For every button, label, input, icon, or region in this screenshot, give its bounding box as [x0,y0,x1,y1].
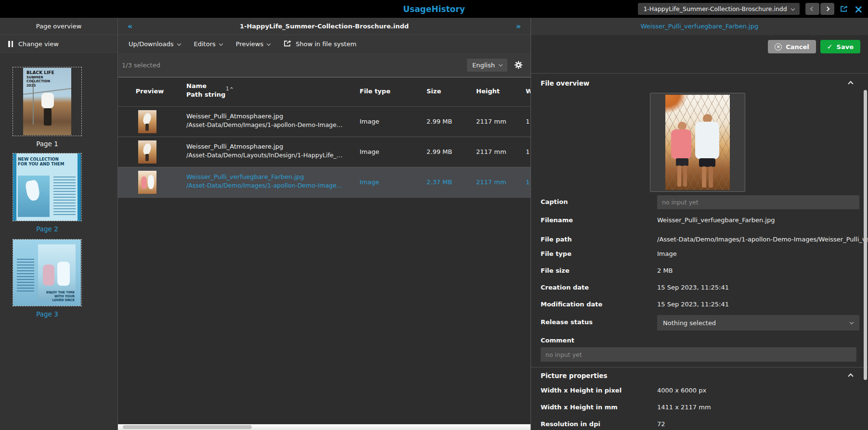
selected-file-title: Weisser_Pulli_verfuegbare_Farben.jpg [531,18,868,35]
top-bar: UsageHistory 1-HappyLife_Summer-Collecti… [0,0,868,18]
wh-pixel-value: 4000 x 6000 px [657,387,706,394]
sort-indicator[interactable]: 1 [226,86,233,91]
page-label-3[interactable]: Page 3 [13,310,82,318]
updownloads-menu[interactable]: Up/Downloads [129,40,181,48]
table-row[interactable]: Weisser_Pulli_Atmosphaere.jpg /Asset-Dat… [118,107,531,137]
foliage-shape [665,95,687,113]
previous-document-button[interactable] [805,3,819,15]
editors-menu[interactable]: Editors [194,40,222,48]
wh-mm-label: Width x Height in mm [541,404,654,411]
language-value: English [472,62,495,69]
page-label-1[interactable]: Page 1 [13,140,82,148]
page-thumbnail-2[interactable]: NEW COLLECTION FOR YOU AND THEM [13,153,82,221]
column-header-preview[interactable]: Preview [130,88,169,95]
horizontal-scrollbar-thumb[interactable] [123,425,252,429]
page2-figure [25,179,41,202]
horizontal-scrollbar[interactable] [118,424,531,430]
column-header-size[interactable]: Size [427,88,441,95]
page-thumbnail-3[interactable]: ENJOY THE TIME WITH YOUR LOVED ONCE [13,239,82,306]
vertical-scrollbar-thumb[interactable] [864,90,867,380]
figure-pink-shorts [676,158,688,166]
chevron-down-icon [499,63,503,66]
column-header-path[interactable]: Path string [186,91,225,98]
close-icon[interactable]: × [854,4,863,14]
chevron-down-icon [850,320,854,324]
page2-photo-block [18,176,50,217]
selection-status: 1/3 selected [122,62,160,69]
release-status-dropdown[interactable]: Nothing selected [657,315,859,330]
figure-leg [677,165,681,187]
file-details-panel: Weisser_Pulli_verfuegbare_Farben.jpg × C… [531,18,868,430]
updownloads-label: Up/Downloads [129,40,174,48]
comment-input[interactable] [541,347,856,362]
chevron-right-icon [825,7,829,12]
row-size: 2.37 MB [427,178,452,186]
picture-properties-section-title: Picture properties [541,372,607,379]
collapse-section-icon[interactable] [848,373,853,379]
show-in-file-system-label: Show in file system [296,40,356,48]
figure-white-hoodie [695,122,719,159]
column-header-file-type[interactable]: File type [360,88,390,95]
figure-pink-hoodie [671,129,691,159]
row-name: Weisser_Pulli_Atmosphaere.jpg [186,143,283,150]
file-type-value: Image [657,250,677,257]
collapse-panel-icon[interactable]: « [128,22,132,31]
filename-label: Filename [541,216,654,224]
row-height: 2117 mm [476,148,506,155]
open-external-icon[interactable] [840,5,848,13]
preview-image[interactable] [665,95,730,190]
table-row-selected[interactable]: Weisser_Pulli_verfuegbare_Farben.jpg /As… [118,167,531,198]
table-row[interactable]: Weisser_Pulli_Atmosphaere.jpg /Asset-Dat… [118,137,531,167]
collapse-section-icon[interactable] [848,81,853,86]
show-in-file-system-button[interactable]: Show in file system [284,40,356,49]
page-label-2[interactable]: Page 2 [13,225,82,233]
modification-date-label: Modification date [541,301,654,308]
language-dropdown[interactable]: English [467,59,507,72]
wh-pixel-label: Width x Height in pixel [541,387,654,394]
page-overview-sidebar: Page overview Change view BLACK LIFE SUM… [0,18,118,430]
page1-subheadline: SUMMER COLLECTION 2023 [26,76,54,88]
chevron-left-icon [810,7,815,12]
file-size-value: 2 MB [657,267,673,274]
resolution-dpi-label: Resolution in dpi [541,420,654,428]
page3-figure-white [57,262,70,286]
document-selector-value: 1-HappyLife_Summer-Collection-Broschure.… [643,3,787,15]
release-status-label: Release status [541,318,654,326]
row-name: Weisser_Pulli_verfuegbare_Farben.jpg [186,173,304,180]
file-size-label: File size [541,267,654,274]
save-button[interactable]: ✓ Save [820,40,860,53]
page1-figure-legs [44,108,52,126]
gear-icon[interactable] [514,61,523,69]
figure-leg [709,166,713,188]
row-width-clipped: 1 [526,118,530,125]
row-file-type: Image [360,118,379,125]
row-thumbnail [138,171,156,194]
caption-input[interactable] [657,195,859,209]
wh-mm-value: 1411 x 2117 mm [657,404,711,411]
next-document-button[interactable] [820,3,834,15]
cancel-label: Cancel [786,43,809,51]
usage-list-panel: « 1-HappyLife_Summer-Collection-Broschur… [118,18,531,430]
document-nav-group [805,3,834,15]
previews-menu[interactable]: Previews [236,40,270,48]
column-header-width-clipped[interactable]: W [526,88,531,95]
column-header-name[interactable]: Name [186,82,207,89]
cancel-button[interactable]: × Cancel [768,40,816,53]
column-header-height[interactable]: Height [476,88,500,95]
row-file-type: Image [360,178,379,186]
row-width-clipped: 1 [526,178,530,186]
check-icon: ✓ [827,43,833,51]
editors-label: Editors [194,40,216,48]
expand-panel-icon[interactable]: » [516,22,521,31]
selection-bar-controls: English [467,59,523,72]
document-selector-dropdown[interactable]: 1-HappyLife_Summer-Collection-Broschure.… [638,3,799,15]
page-thumbnail-1[interactable]: BLACK LIFE SUMMER COLLECTION 2023 [13,67,82,136]
creation-date-label: Creation date [541,284,654,291]
app-title: UsageHistory [403,4,465,14]
change-view-button[interactable]: Change view [0,35,117,53]
page1-headline: BLACK LIFE [26,70,54,75]
change-view-icon [8,41,13,47]
change-view-label: Change view [18,40,59,48]
document-title: 1-HappyLife_Summer-Collection-Broschure.… [240,18,409,35]
action-buttons: × Cancel ✓ Save [531,35,868,73]
